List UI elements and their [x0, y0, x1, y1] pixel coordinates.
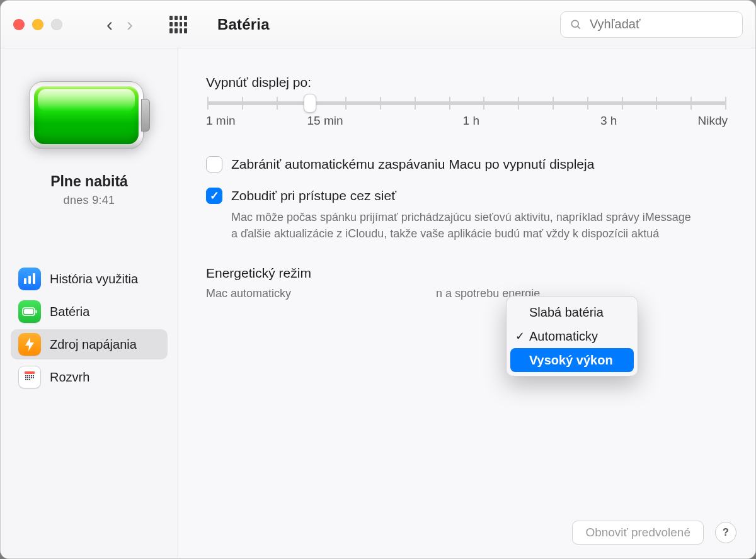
- wake-network-desc: Mac môže počas spánku prijímať prichádza…: [231, 209, 697, 242]
- svg-rect-7: [36, 310, 37, 313]
- svg-rect-15: [27, 377, 28, 378]
- window-controls: [13, 19, 62, 30]
- restore-defaults-button[interactable]: Obnoviť predvolené: [572, 521, 704, 545]
- energy-mode-option-auto[interactable]: ✓ Automaticky: [510, 324, 634, 348]
- slider-label: 1 min: [206, 114, 235, 128]
- chart-bar-icon: [18, 268, 41, 290]
- footer: Obnoviť predvolené ?: [572, 521, 736, 545]
- slider-label: 1 h: [463, 114, 479, 128]
- wake-network-row: ✓ Zobudiť pri prístupe cez sieť Mac môže…: [206, 187, 728, 242]
- slider-label: 3 h: [600, 114, 617, 128]
- slider-label: 15 min: [307, 114, 343, 128]
- svg-rect-21: [29, 379, 30, 380]
- zoom-window-button[interactable]: [51, 19, 62, 30]
- toolbar: ‹ › Batéria: [1, 1, 755, 48]
- svg-rect-4: [33, 273, 35, 284]
- slider-label: Nikdy: [697, 114, 728, 128]
- option-label: Slabá batéria: [529, 305, 604, 320]
- slider-thumb[interactable]: [304, 94, 316, 113]
- prevent-sleep-row: Zabrániť automatickému zaspávaniu Macu p…: [206, 155, 728, 173]
- display-sleep-label: Vypnúť displej po:: [206, 75, 728, 90]
- svg-point-0: [571, 20, 578, 27]
- search-field[interactable]: [560, 11, 743, 38]
- sidebar-item-usage-history[interactable]: História využitia: [11, 264, 168, 294]
- display-sleep-slider[interactable]: [207, 101, 726, 105]
- svg-rect-11: [29, 375, 30, 376]
- svg-rect-3: [28, 276, 31, 284]
- main-pane: Vypnúť displej po: 1 min 15 min 1 h 3 h …: [178, 48, 755, 558]
- svg-rect-18: [33, 377, 34, 378]
- svg-rect-10: [27, 375, 28, 376]
- sidebar-item-label: Zdroj napájania: [50, 337, 137, 352]
- energy-mode-row: Energetický režim: [206, 266, 728, 281]
- battery-status-time: dnes 9:41: [64, 194, 115, 207]
- energy-mode-option-high[interactable]: Vysoký výkon: [510, 348, 634, 372]
- sidebar-item-label: Rozvrh: [50, 370, 89, 385]
- svg-rect-19: [25, 379, 26, 380]
- sidebar-item-power-adapter[interactable]: Zdroj napájania: [11, 329, 168, 359]
- wake-network-checkbox[interactable]: ✓: [206, 188, 222, 204]
- svg-rect-17: [31, 377, 32, 378]
- svg-rect-2: [24, 278, 26, 284]
- slider-labels: 1 min 15 min 1 h 3 h Nikdy: [206, 114, 728, 128]
- battery-status-title: Plne nabitá: [50, 173, 128, 190]
- search-icon: [570, 18, 582, 31]
- svg-rect-16: [29, 377, 30, 378]
- bolt-icon: [18, 333, 41, 356]
- sidebar-item-schedule[interactable]: Rozvrh: [11, 362, 168, 392]
- svg-rect-6: [24, 309, 33, 314]
- option-label: Automaticky: [529, 329, 598, 344]
- sidebar-item-label: História využitia: [50, 272, 138, 286]
- forward-button[interactable]: ›: [127, 15, 133, 34]
- checkmark-icon: ✓: [515, 329, 525, 343]
- page-title: Batéria: [217, 16, 270, 33]
- energy-mode-dropdown[interactable]: Slabá batéria ✓ Automaticky Vysoký výkon: [506, 296, 638, 376]
- sidebar-item-label: Batéria: [50, 305, 89, 319]
- svg-rect-9: [25, 375, 26, 376]
- display-sleep-section: Vypnúť displej po: 1 min 15 min 1 h 3 h …: [206, 75, 728, 128]
- battery-hero-icon: [29, 81, 150, 149]
- search-input[interactable]: [588, 16, 733, 32]
- battery-icon: [18, 300, 41, 323]
- energy-mode-desc: Mac automaticky n a spotrebu energie.: [206, 287, 728, 300]
- close-window-button[interactable]: [13, 19, 25, 30]
- svg-rect-20: [27, 379, 28, 380]
- svg-rect-13: [33, 375, 34, 376]
- energy-mode-label: Energetický režim: [206, 266, 311, 281]
- sidebar-item-battery[interactable]: Batéria: [11, 296, 168, 327]
- svg-rect-12: [31, 375, 32, 376]
- back-button[interactable]: ‹: [106, 15, 113, 34]
- help-button[interactable]: ?: [715, 522, 736, 543]
- energy-mode-option-low[interactable]: Slabá batéria: [510, 300, 634, 324]
- minimize-window-button[interactable]: [32, 19, 43, 30]
- svg-line-1: [578, 26, 580, 28]
- nav-arrows: ‹ ›: [106, 15, 133, 34]
- wake-network-label: Zobudiť pri prístupe cez sieť: [231, 187, 697, 205]
- svg-rect-8: [25, 371, 35, 374]
- preferences-window: ‹ › Batéria Plne nabitá dnes 9:41: [0, 0, 756, 559]
- schedule-icon: [18, 366, 41, 388]
- svg-rect-14: [25, 377, 26, 378]
- sidebar-menu: História využitia Batéria Zdroj napájani…: [11, 264, 168, 392]
- option-label: Vysoký výkon: [529, 353, 613, 368]
- sidebar: Plne nabitá dnes 9:41 História využitia …: [1, 48, 178, 558]
- prevent-sleep-checkbox[interactable]: [206, 156, 222, 172]
- show-all-prefs-button[interactable]: [169, 16, 187, 33]
- prevent-sleep-label: Zabrániť automatickému zaspávaniu Macu p…: [231, 155, 594, 173]
